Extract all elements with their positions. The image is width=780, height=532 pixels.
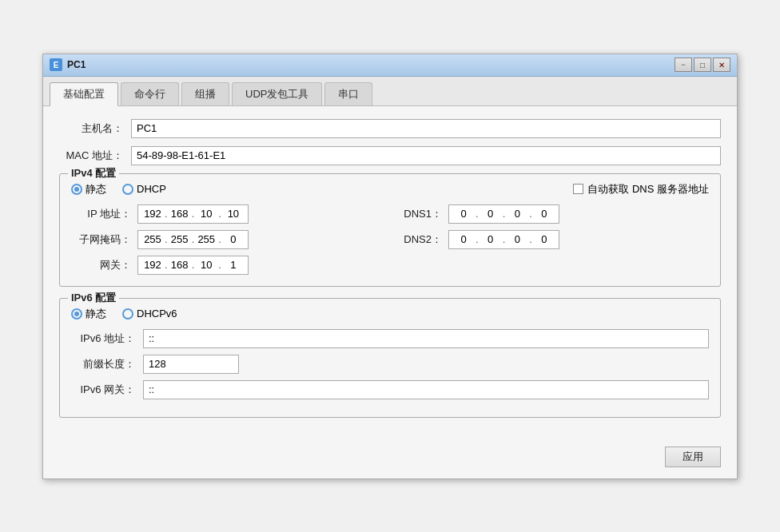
ipv6-section: IPv6 配置 静态 DHCPv6 IPv6 地址： 前缀长度： <box>59 298 721 418</box>
ipv6-dhcpv6-circle <box>122 308 133 320</box>
dns2-octet-3[interactable] <box>506 233 528 245</box>
ipv4-static-radio[interactable]: 静态 <box>71 182 106 197</box>
ipv6-addr-label: IPv6 地址： <box>71 332 135 346</box>
ipv6-static-circle <box>71 308 82 320</box>
ipv6-static-radio[interactable]: 静态 <box>71 307 106 321</box>
subnet-octet-1[interactable] <box>141 233 164 245</box>
close-button[interactable]: ✕ <box>713 58 730 72</box>
title-bar: E PC1 － □ ✕ <box>43 54 737 77</box>
ip-octet-4[interactable] <box>222 208 245 220</box>
subnet-octet-3[interactable] <box>195 233 217 245</box>
dns1-label: DNS1： <box>402 207 442 221</box>
window-icon: E <box>50 58 62 71</box>
static-label: 静态 <box>86 182 106 197</box>
dhcp-radio-circle <box>122 184 133 195</box>
mac-label: MAC 地址： <box>59 149 123 163</box>
ipv4-grid: IP 地址： . . . DNS1： <box>71 204 709 275</box>
ipv4-dhcp-radio[interactable]: DHCP <box>122 183 166 195</box>
tab-udp-tool[interactable]: UDP发包工具 <box>232 82 322 105</box>
ipv4-mode-row: 静态 DHCP 自动获取 DNS 服务器地址 <box>71 182 709 197</box>
dns2-row: DNS2： . . . <box>402 230 709 249</box>
ipv6-addr-row: IPv6 地址： <box>71 329 709 348</box>
mac-input[interactable] <box>131 146 721 165</box>
dns2-octet-4[interactable] <box>533 233 555 245</box>
auto-dns-row: 自动获取 DNS 服务器地址 <box>573 182 709 197</box>
dhcp-label: DHCP <box>137 183 166 195</box>
window-title: PC1 <box>67 59 675 70</box>
tab-serial[interactable]: 串口 <box>324 82 372 105</box>
hostname-row: 主机名： <box>59 119 721 138</box>
tab-basic-config[interactable]: 基础配置 <box>50 82 118 106</box>
ipv6-static-label: 静态 <box>86 307 106 321</box>
ipv6-gateway-input[interactable] <box>143 380 709 399</box>
ipv6-dhcpv6-radio[interactable]: DHCPv6 <box>122 308 177 320</box>
bottom-bar: 应用 <box>43 442 737 478</box>
dns1-octet-3[interactable] <box>506 208 528 220</box>
tabs-bar: 基础配置 命令行 组播 UDP发包工具 串口 <box>43 77 737 106</box>
hostname-label: 主机名： <box>59 121 123 136</box>
auto-dns-label: 自动获取 DNS 服务器地址 <box>587 182 709 197</box>
subnet-field-row: 子网掩码： . . . <box>71 230 378 249</box>
dns1-input-box: . . . <box>448 204 559 224</box>
hostname-input[interactable] <box>131 119 721 138</box>
dns1-octet-4[interactable] <box>533 208 555 220</box>
ip-octet-2[interactable] <box>169 208 191 220</box>
ipv6-addr-input[interactable] <box>143 329 709 348</box>
gateway-octet-1[interactable] <box>141 259 164 271</box>
dns1-octet-1[interactable] <box>452 208 475 220</box>
prefix-row: 前缀长度： <box>71 355 709 374</box>
dns1-row: DNS1： . . . <box>402 204 709 224</box>
subnet-input-box: . . . <box>137 230 249 249</box>
prefix-input[interactable] <box>143 355 239 374</box>
tab-multicast[interactable]: 组播 <box>181 82 229 105</box>
minimize-button[interactable]: － <box>675 58 692 72</box>
dns2-octet-2[interactable] <box>480 233 502 245</box>
subnet-label: 子网掩码： <box>71 232 131 247</box>
ip-input-box: . . . <box>137 204 249 224</box>
prefix-label: 前缀长度： <box>71 357 135 371</box>
gateway-field-row: 网关： . . . <box>71 256 378 275</box>
ip-field-row: IP 地址： . . . <box>71 204 378 224</box>
tab-command-line[interactable]: 命令行 <box>121 82 179 105</box>
dns2-label: DNS2： <box>402 232 442 247</box>
ip-octet-1[interactable] <box>141 208 164 220</box>
ipv6-gateway-row: IPv6 网关： <box>71 380 709 399</box>
ipv6-gateway-label: IPv6 网关： <box>71 383 135 397</box>
dns1-octet-2[interactable] <box>480 208 502 220</box>
ipv4-section-title: IPv4 配置 <box>68 166 119 181</box>
main-window: E PC1 － □ ✕ 基础配置 命令行 组播 UDP发包工具 串口 主机名： … <box>42 54 738 479</box>
maximize-button[interactable]: □ <box>694 58 711 72</box>
ipv6-dhcpv6-label: DHCPv6 <box>137 308 177 320</box>
ipv6-section-title: IPv6 配置 <box>68 291 119 305</box>
main-content: 主机名： MAC 地址： IPv4 配置 静态 DHCP <box>43 106 737 442</box>
ip-octet-3[interactable] <box>195 208 217 220</box>
gateway-octet-3[interactable] <box>195 259 217 271</box>
gateway-octet-4[interactable] <box>222 259 245 271</box>
dns2-octet-1[interactable] <box>452 233 475 245</box>
static-radio-circle <box>71 184 82 195</box>
auto-dns-checkbox[interactable] <box>573 184 583 194</box>
gateway-label: 网关： <box>71 258 131 272</box>
ip-label: IP 地址： <box>71 207 131 221</box>
mac-row: MAC 地址： <box>59 146 721 165</box>
apply-button[interactable]: 应用 <box>665 447 721 467</box>
dns2-input-box: . . . <box>448 230 559 249</box>
subnet-octet-2[interactable] <box>169 233 191 245</box>
ipv6-mode-row: 静态 DHCPv6 <box>71 307 709 321</box>
gateway-octet-2[interactable] <box>169 259 191 271</box>
subnet-octet-4[interactable] <box>222 233 245 245</box>
ipv4-section: IPv4 配置 静态 DHCP 自动获取 DNS 服务器地址 <box>59 173 721 287</box>
title-controls: － □ ✕ <box>675 58 730 72</box>
gateway-input-box: . . . <box>137 256 249 275</box>
